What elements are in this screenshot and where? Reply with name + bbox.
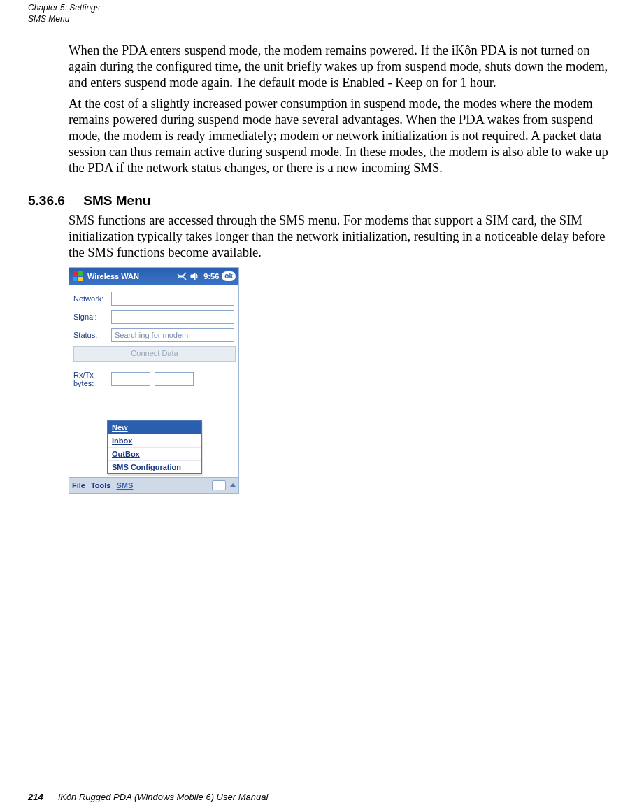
rxtx-label: Rx/Tx bytes: [73,371,111,387]
clock[interactable]: 9:56 [203,272,219,280]
network-field[interactable] [111,292,234,306]
footer: 214 iKôn Rugged PDA (Windows Mobile 6) U… [28,792,268,802]
section-title: SMS Menu [83,193,150,208]
menu-tools[interactable]: Tools [91,481,111,490]
body-block-2: SMS functions are accessed through the S… [69,213,616,493]
status-label: Status: [73,331,111,339]
pda-bottombar: File Tools SMS [69,477,238,493]
footer-title: iKôn Rugged PDA (Windows Mobile 6) User … [58,792,268,802]
menu-item-sms-config[interactable]: SMS Configuration [108,460,201,473]
svg-rect-1 [78,271,83,276]
signal-field[interactable] [111,310,234,324]
pda-titlebar: Wireless WAN 9:56 ok [69,268,238,285]
pda-screenshot: Wireless WAN 9:56 ok Network: Signal: St… [69,267,239,494]
ok-button[interactable]: ok [222,271,236,281]
menu-item-outbox[interactable]: OutBox [108,447,201,460]
signal-label: Signal: [73,313,111,321]
menu-file[interactable]: File [72,481,85,490]
svg-rect-0 [73,271,77,276]
chapter-label: Chapter 5: Settings [28,3,616,14]
rx-field[interactable] [111,372,150,386]
sms-popup-menu: New Inbox OutBox SMS Configuration [107,420,202,474]
connect-data-button[interactable]: Connect Data [73,346,236,362]
page: Chapter 5: Settings SMS Menu When the PD… [0,3,644,812]
section-label: SMS Menu [28,14,616,25]
pda-body: Network: Signal: Status: Searching for m… [69,285,238,477]
caret-up-icon[interactable] [230,483,236,487]
tx-field[interactable] [155,372,194,386]
running-header: Chapter 5: Settings SMS Menu [28,3,616,24]
network-label: Network: [73,294,111,303]
menu-item-new[interactable]: New [108,421,201,434]
svg-rect-3 [78,277,83,281]
volume-icon[interactable] [189,271,199,281]
menu-item-inbox[interactable]: Inbox [108,434,201,447]
separator [73,366,234,366]
page-number: 214 [28,792,43,802]
windows-flag-icon[interactable] [72,271,83,282]
paragraph-2: At the cost of a slightly increased powe… [69,96,616,177]
section-heading: 5.36.6 SMS Menu [28,193,616,208]
paragraph-3: SMS functions are accessed through the S… [69,213,616,261]
paragraph-1: When the PDA enters suspend mode, the mo… [69,43,616,91]
connectivity-icon[interactable] [177,271,187,281]
svg-rect-2 [73,277,77,281]
pda-menu-area: New Inbox OutBox SMS Configuration [73,392,234,474]
section-number: 5.36.6 [28,193,80,208]
menu-sms[interactable]: SMS [116,481,133,490]
body-block: When the PDA enters suspend mode, the mo… [69,43,616,176]
status-field[interactable]: Searching for modem [111,328,234,342]
svg-marker-4 [191,273,195,280]
keyboard-icon[interactable] [212,480,226,490]
pda-title-text: Wireless WAN [87,272,139,280]
